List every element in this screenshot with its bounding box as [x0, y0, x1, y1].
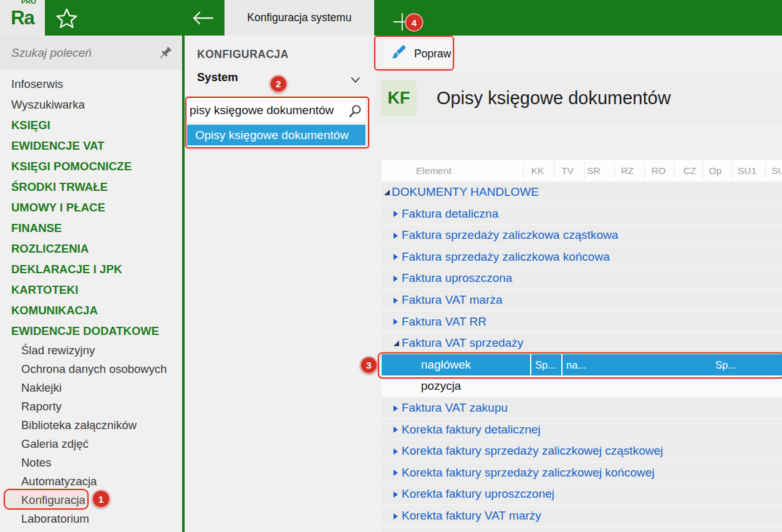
sidebar-item-środki-trwałe[interactable]: ŚRODKI TRWAŁE [0, 177, 182, 197]
tree-row-korekta-faktury-sprzedaży-zaliczkowej-cząstkowej[interactable]: Korekta faktury sprzedaży zaliczkowej cz… [382, 440, 782, 462]
command-search-bar[interactable] [0, 36, 182, 70]
tree-collapsed-icon[interactable] [393, 448, 398, 455]
sidebar-item-deklaracje-i-jpk[interactable]: DEKLARACJE I JPK [0, 259, 182, 279]
edit-button[interactable]: Popraw [382, 39, 453, 68]
tree-collapsed-icon[interactable] [393, 297, 398, 304]
cell-kk: Sp... [535, 354, 556, 376]
sidebar-item-komunikacja[interactable]: KOMUNIKACJA [0, 300, 182, 321]
sidebar-item-księgi[interactable]: KSIĘGI [0, 115, 182, 135]
search-icon [349, 104, 362, 118]
sidebar-item-rozliczenia[interactable]: ROZLICZENIA [0, 238, 182, 259]
sidebar-item-infoserwis[interactable]: Infoserwis [0, 74, 182, 94]
grid-rows: DOKUMENTY HANDLOWEFaktura detalicznaFakt… [382, 181, 782, 532]
column-header-op[interactable]: Op [702, 160, 729, 181]
tree-collapsed-icon[interactable] [393, 276, 398, 282]
tree-row-label: Faktura VAT sprzedaży [402, 332, 523, 354]
sidebar-item-galeria-zdjęć[interactable]: Galeria zdjęć [0, 435, 182, 453]
panel-title: KONFIGURACJA [197, 48, 289, 61]
tree-row-label: Korekta faktury sprzedaży zaliczkowej ko… [402, 462, 655, 483]
tree-collapsed-icon[interactable] [393, 491, 398, 498]
sidebar-item-naklejki[interactable]: Naklejki [0, 379, 182, 397]
column-header-ro[interactable]: RO [645, 160, 672, 181]
sidebar-item-ewidencje-vat[interactable]: EWIDENCJE VAT [0, 135, 182, 156]
command-search-input[interactable] [0, 46, 143, 60]
tree-row-faktura-sprzedaży-zaliczkowa-cząstkowa[interactable]: Faktura sprzedaży zaliczkowa cząstkowa [382, 225, 782, 246]
logo-pro-label: PRO [21, 0, 36, 5]
sidebar-item-kartoteki[interactable]: KARTOTEKI [0, 279, 182, 300]
tree-row-pozycja[interactable]: pozycja [382, 375, 782, 397]
sidebar-item-notes[interactable]: Notes [0, 453, 182, 472]
pin-icon[interactable] [157, 45, 173, 61]
back-arrow-icon[interactable] [190, 10, 215, 26]
tree-row-faktura-sprzedaży-zaliczkowa-końcowa[interactable]: Faktura sprzedaży zaliczkowa końcowa [382, 246, 782, 268]
tree-collapsed-icon[interactable] [393, 470, 398, 476]
tree-collapsed-icon[interactable] [393, 211, 398, 217]
favorites-star-icon[interactable] [55, 7, 79, 29]
column-header-kk[interactable]: KK [524, 160, 551, 181]
sidebar-item-ewidencje-dodatkowe[interactable]: EWIDENCJE DODATKOWE [0, 321, 182, 341]
tree-row-korekta-faktury-vat-marży[interactable]: Korekta faktury VAT marży [382, 505, 782, 527]
tree-row-label: Faktura VAT RR [402, 311, 486, 332]
tree-collapsed-icon[interactable] [393, 319, 398, 325]
tree-row-faktura-vat-rr[interactable]: Faktura VAT RR [382, 311, 782, 333]
sidebar-item-laboratorium[interactable]: Laboratorium [0, 510, 182, 528]
annotation-badge-4: 4 [405, 13, 423, 32]
tree-row-faktura-vat-marża[interactable]: Faktura VAT marża [382, 289, 782, 311]
sidebar-item-biblioteka-załączników[interactable]: Biblioteka załączników [0, 416, 182, 435]
sidebar-item-ślad-rewizyjny[interactable]: Ślad rewizyjny [0, 341, 182, 360]
cell-separator [561, 354, 562, 376]
tree-row-faktura-uproszczona[interactable]: Faktura uproszczona [382, 268, 782, 289]
config-search-box[interactable] [187, 99, 365, 122]
config-search-input[interactable] [187, 104, 343, 117]
column-header-rz[interactable]: RZ [614, 160, 641, 181]
column-header-element[interactable]: Element [416, 160, 451, 181]
sidebar-item-księgi-pomocnicze[interactable]: KSIĘGI POMOCNICZE [0, 156, 182, 177]
search-suggestion-item[interactable]: Opisy księgowe dokumentów [187, 125, 365, 145]
tree-row-korekta-faktury-detalicznej[interactable]: Korekta faktury detalicznej [382, 419, 782, 441]
suggestion-label: Opisy księgowe dokumentów [195, 128, 349, 142]
tree-collapsed-icon[interactable] [393, 513, 398, 520]
sidebar-item-finanse[interactable]: FINANSE [0, 218, 182, 238]
tree-row-label: Faktura sprzedaży zaliczkowa cząstkowa [402, 225, 618, 246]
tree-expanded-icon[interactable] [384, 190, 390, 195]
tree-row-korekta-faktury-uproszczonej[interactable]: Korekta faktury uproszczonej [382, 483, 782, 505]
annotation-badge-1: 1 [92, 490, 110, 508]
column-header-su1[interactable]: SU1 [733, 160, 761, 181]
tree-row-korekta-faktury-sprzedaży-zaliczkowej-końcowej[interactable]: Korekta faktury sprzedaży zaliczkowej ko… [382, 462, 782, 484]
cell-tv: na... [566, 354, 586, 376]
sidebar-item-wyszukiwarka[interactable]: Wyszukiwarka [0, 94, 182, 115]
tree-collapsed-icon[interactable] [393, 233, 398, 239]
column-header-sr[interactable]: SR [580, 160, 607, 181]
tree-row-faktura-vat-sprzedaży[interactable]: Faktura VAT sprzedaży [382, 332, 782, 354]
module-header: KF Opisy księgowe dokumentów [374, 74, 782, 122]
tree-row-label: Korekta faktury VAT marży [402, 505, 541, 526]
tree-row-label: Korekta faktury uproszczonej [402, 483, 554, 505]
column-header-su[interactable]: SU [765, 160, 782, 181]
tree-expanded-icon[interactable] [393, 341, 399, 346]
app-logo: Ra PRO [0, 0, 45, 36]
grid-header[interactable]: ElementKKTVSRRZROCZOpSU1SU [382, 160, 782, 181]
tree-collapsed-icon[interactable] [393, 427, 398, 433]
top-bar: Ra PRO Konfiguracja systemu [0, 0, 782, 36]
tree-collapsed-icon[interactable] [393, 254, 398, 260]
page-title: Opisy księgowe dokumentów [437, 74, 671, 122]
edit-button-label: Popraw [414, 47, 451, 60]
tree-row-dokumenty-handlowe[interactable]: DOKUMENTY HANDLOWE [382, 181, 782, 203]
column-header-tv[interactable]: TV [554, 160, 581, 181]
cell-op: Sp... [715, 354, 736, 376]
tree-row-nagłówek[interactable]: nagłówekSp...na...Sp... [382, 354, 782, 376]
sidebar-item-konfiguracja[interactable]: Konfiguracja [0, 491, 182, 510]
tree-row-korekta-faktury-vat-rr[interactable]: Korekta faktury VAT RR [382, 527, 782, 532]
sidebar-item-umowy-i-płace[interactable]: UMOWY I PŁACE [0, 197, 182, 218]
sidebar-item-raporty[interactable]: Raporty [0, 397, 182, 416]
tree-row-faktura-vat-zakupu[interactable]: Faktura VAT zakupu [382, 397, 782, 419]
tree-row-faktura-detaliczna[interactable]: Faktura detaliczna [382, 203, 782, 225]
tab-konfiguracja-systemu[interactable]: Konfiguracja systemu [224, 0, 374, 36]
tab-title: Konfiguracja systemu [247, 11, 351, 24]
sidebar-item-ochrona-danych-osobowych[interactable]: Ochrona danych osobowych [0, 360, 182, 379]
sidebar-menu: InfoserwisWyszukiwarkaKSIĘGIEWIDENCJE VA… [0, 70, 182, 532]
sidebar-item-automatyzacja[interactable]: Automatyzacja [0, 472, 182, 491]
tree-collapsed-icon[interactable] [393, 405, 398, 412]
annotation-badge-3: 3 [360, 356, 378, 374]
column-header-cz[interactable]: CZ [676, 160, 703, 181]
